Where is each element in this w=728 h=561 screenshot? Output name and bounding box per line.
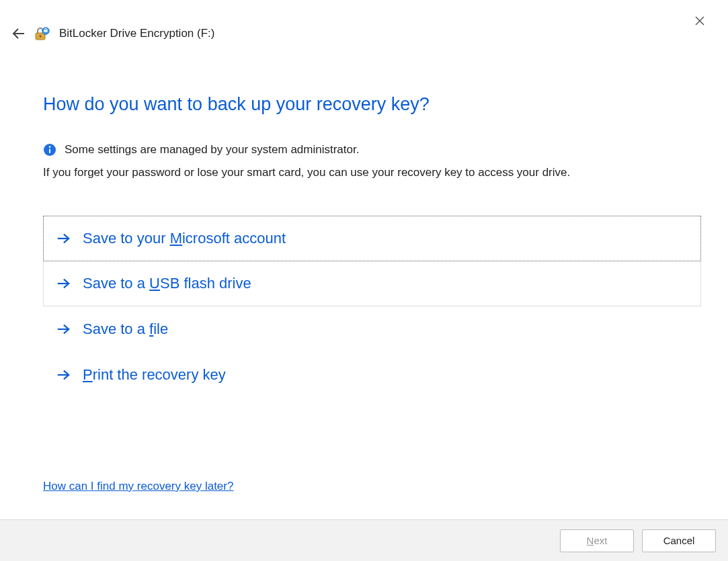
svg-point-4 <box>40 36 42 38</box>
bitlocker-icon <box>34 26 50 42</box>
svg-rect-8 <box>49 149 50 154</box>
option-save-usb[interactable]: Save to a USB flash drive <box>43 261 701 306</box>
main-content: How do you want to back up your recovery… <box>43 94 701 398</box>
arrow-right-icon <box>56 231 71 246</box>
next-button[interactable]: Next <box>560 529 634 552</box>
option-label: Save to a USB flash drive <box>83 275 251 292</box>
option-label: Print the recovery key <box>83 366 226 384</box>
help-link[interactable]: How can I find my recovery key later? <box>43 480 233 493</box>
svg-point-9 <box>49 146 51 148</box>
admin-notice-text: Some settings are managed by your system… <box>65 143 359 157</box>
window-title: BitLocker Drive Encryption (F:) <box>59 27 214 40</box>
svg-rect-6 <box>44 30 47 32</box>
cancel-button[interactable]: Cancel <box>642 529 716 552</box>
arrow-right-icon <box>56 322 71 337</box>
arrow-right-icon <box>56 276 71 291</box>
option-label: Save to your Microsoft account <box>83 230 286 247</box>
close-icon <box>694 15 706 27</box>
info-icon <box>43 143 56 157</box>
explanation-text: If you forget your password or lose your… <box>43 166 701 179</box>
footer: Next Cancel <box>0 519 728 561</box>
header: BitLocker Drive Encryption (F:) <box>11 26 214 42</box>
admin-notice: Some settings are managed by your system… <box>43 143 701 157</box>
option-save-file[interactable]: Save to a file <box>43 306 701 352</box>
arrow-right-icon <box>56 368 71 382</box>
close-button[interactable] <box>692 13 708 30</box>
back-button[interactable] <box>11 26 27 42</box>
page-heading: How do you want to back up your recovery… <box>43 94 701 115</box>
option-print[interactable]: Print the recovery key <box>43 352 701 398</box>
back-arrow-icon <box>11 26 27 42</box>
backup-options: Save to your Microsoft account Save to a… <box>43 216 701 398</box>
option-label: Save to a file <box>83 320 168 338</box>
option-save-microsoft-account[interactable]: Save to your Microsoft account <box>43 216 701 261</box>
